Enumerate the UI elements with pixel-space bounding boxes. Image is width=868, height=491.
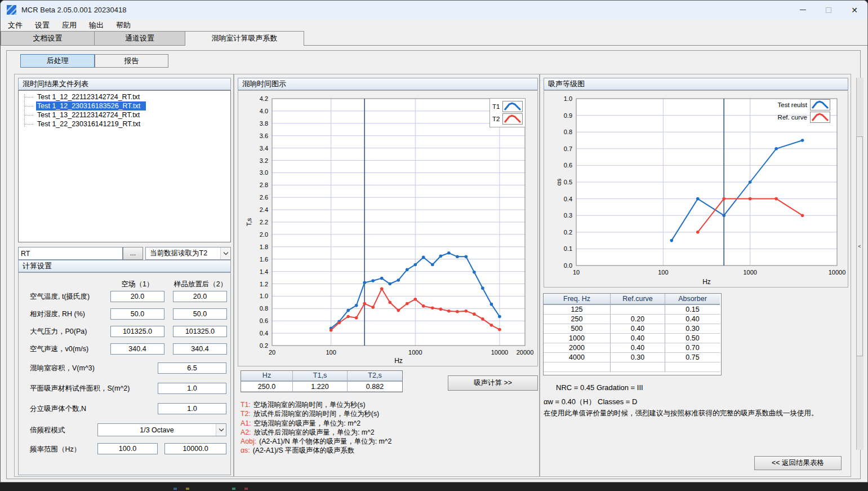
menu-item-1[interactable]: 文件 — [2, 19, 29, 32]
svg-text:0.4: 0.4 — [260, 330, 268, 337]
close-button[interactable]: ✕ — [842, 1, 867, 19]
note-key: A2: — [241, 428, 251, 436]
freq-max-input[interactable] — [164, 443, 226, 454]
absorption-calc-button[interactable]: 吸声计算 >> — [448, 375, 538, 391]
svg-text:10000: 10000 — [829, 269, 846, 276]
svg-text:1000: 1000 — [743, 269, 756, 276]
calc-input-col1[interactable] — [110, 308, 164, 320]
octave-mode-dropdown[interactable]: 1/3 Octave — [97, 423, 226, 436]
file-name-label[interactable]: Test 1_13_221123142724_RT.txt — [36, 110, 145, 120]
subtab-2[interactable]: 报告 — [95, 54, 168, 68]
octave-mode-label: 倍频程模式 — [30, 426, 65, 435]
svg-text:0.9: 0.9 — [564, 112, 572, 119]
table-cell: 1000 — [544, 334, 611, 343]
table-row: 2500.200.40 — [544, 315, 721, 324]
tab-page: 后处理报告 混时间结果文件列表 Test 1_12_221123142724_R… — [6, 50, 861, 479]
tree-rail-icon — [24, 94, 25, 127]
back-to-results-button[interactable]: << 返回结果表格 — [754, 456, 842, 470]
menu-item-4[interactable]: 输出 — [83, 19, 110, 32]
table-cell: 0.40 — [611, 334, 665, 343]
legend-item: Test reulst — [769, 99, 830, 110]
taskbar-icon[interactable] — [244, 488, 248, 490]
svg-text:0.8: 0.8 — [260, 305, 268, 312]
col-header-with-sample: 样品放置后（2） — [164, 280, 237, 289]
tab-1[interactable]: 文档设置 — [1, 31, 95, 45]
svg-text:0.6: 0.6 — [564, 162, 572, 169]
file-list[interactable]: Test 1_12_221123142724_RT.txtTest 1_12_2… — [18, 90, 231, 242]
file-list-item[interactable]: Test 1_22_230316141219_RT.txt — [19, 120, 230, 129]
file-list-item[interactable]: Test 1_12_230316183526_RT.txt — [19, 101, 230, 110]
svg-text:2.0: 2.0 — [260, 231, 268, 238]
minimize-icon — [800, 10, 806, 10]
file-list-item[interactable]: Test 1_12_221123142724_RT.txt — [19, 92, 230, 101]
rt-name-input[interactable] — [18, 247, 123, 260]
svg-text:0.2: 0.2 — [564, 229, 572, 236]
table-cell: 0.70 — [665, 343, 720, 353]
taskbar-icon[interactable] — [232, 488, 235, 490]
rt-chart[interactable]: 0.20.40.60.81.01.21.41.61.82.02.22.42.62… — [238, 90, 538, 366]
maximize-button[interactable] — [816, 1, 842, 19]
svg-text:3.4: 3.4 — [260, 145, 268, 152]
chevron-left-icon: < — [858, 244, 861, 249]
svg-text:100: 100 — [326, 349, 336, 356]
left-column: 混时间结果文件列表 Test 1_12_221123142724_RT.txtT… — [14, 74, 234, 477]
legend-label: T2 — [492, 116, 502, 122]
legend-label: Test reulst — [769, 101, 810, 108]
calc-input-col1[interactable] — [110, 326, 164, 337]
legend-label: Ref. curve — [769, 114, 810, 121]
calc-input-col1[interactable] — [110, 343, 164, 355]
table-cell: 1.220 — [293, 382, 348, 392]
calc-input-single[interactable] — [158, 362, 226, 374]
calc-input-col1[interactable] — [110, 291, 164, 302]
file-name-label[interactable]: Test 1_22_230316141219_RT.txt — [36, 120, 146, 129]
browse-button[interactable]: ... — [123, 247, 143, 260]
svg-text:1000: 1000 — [408, 349, 422, 356]
table-row: 40000.300.75 — [544, 353, 721, 362]
table-cell: 0.882 — [348, 382, 402, 392]
calc-input-col2[interactable] — [173, 308, 227, 320]
tab-3[interactable]: 混响室计算吸声系数 — [185, 31, 304, 46]
file-name-label[interactable]: Test 1_12_230316183526_RT.txt — [36, 101, 146, 110]
collapse-panel-button[interactable]: < — [856, 136, 863, 356]
rt-chart-svg[interactable]: 0.20.40.60.81.01.21.41.61.82.02.22.42.62… — [238, 91, 537, 366]
absorption-chart[interactable]: 0.00.10.20.30.40.50.60.70.80.91.01010010… — [544, 90, 848, 287]
table-row: 10000.400.50 — [544, 334, 721, 343]
svg-text:Hz: Hz — [702, 278, 711, 286]
freq-min-input[interactable] — [97, 443, 158, 454]
taskbar-icon[interactable] — [186, 488, 189, 490]
legend-item: T2 — [492, 113, 523, 125]
taskbar-icon[interactable] — [173, 488, 177, 490]
close-icon: ✕ — [851, 6, 858, 15]
tree-connector-icon — [25, 93, 33, 98]
table-cell — [611, 305, 665, 315]
alpha-w-result-text: αw = 0.40（H） Classes = D — [544, 397, 637, 407]
tab-2[interactable]: 通道设置 — [94, 31, 185, 45]
abs-chart-legend: Test reulstRef. curve — [769, 98, 830, 124]
menu-item-3[interactable]: 应用 — [56, 19, 83, 32]
calc-input-single[interactable] — [158, 403, 226, 414]
svg-text:0.0: 0.0 — [564, 262, 572, 269]
file-name-label[interactable]: Test 1_12_221123142724_RT.txt — [36, 92, 145, 101]
app-logo-icon — [7, 5, 16, 15]
data-mode-dropdown[interactable]: 当前数据读取为T2 — [145, 247, 231, 260]
subtab-1[interactable]: 后处理 — [20, 54, 95, 68]
svg-text:4.2: 4.2 — [260, 95, 268, 102]
table-row: 250.01.2200.882 — [241, 382, 402, 392]
calc-input-col2[interactable] — [173, 343, 227, 355]
series-curve-icon — [810, 99, 830, 110]
calc-settings-header: 计算设置 — [18, 260, 231, 272]
data-mode-value: 当前数据读取为T2 — [146, 249, 220, 258]
menu-item-5[interactable]: 帮助 — [110, 19, 137, 32]
calc-row-label: 混响室容积，V(m^3) — [30, 364, 95, 373]
calc-input-col2[interactable] — [173, 291, 227, 302]
menu-item-2[interactable]: 设置 — [29, 19, 56, 32]
table-header-row: HzT1,sT2,s — [241, 371, 402, 382]
calc-input-single[interactable] — [158, 383, 226, 394]
calc-input-col2[interactable] — [173, 326, 227, 337]
svg-text:20: 20 — [269, 349, 275, 356]
note-key: αs: — [241, 446, 250, 454]
minimize-button[interactable] — [790, 1, 816, 19]
svg-text:0.5: 0.5 — [564, 179, 572, 185]
svg-text:2.6: 2.6 — [260, 194, 268, 201]
file-list-item[interactable]: Test 1_13_221123142724_RT.txt — [19, 110, 230, 120]
